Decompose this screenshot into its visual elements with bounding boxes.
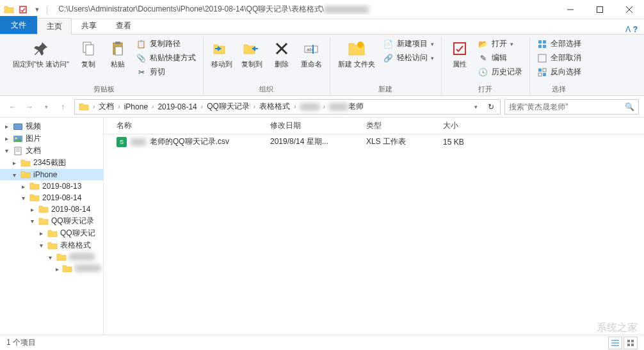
- svg-rect-16: [454, 43, 465, 54]
- col-header-size[interactable]: 大小: [443, 120, 507, 131]
- file-row[interactable]: S老师的QQ聊天记录.csv2019/8/14 星期...XLS 工作表15 K…: [104, 134, 644, 149]
- cut-button[interactable]: ✂剪切: [133, 65, 199, 79]
- tree-caret-icon[interactable]: ▾: [46, 254, 54, 261]
- ribbon-collapse-icon[interactable]: ᐱ: [625, 25, 631, 34]
- help-icon[interactable]: ?: [633, 25, 638, 34]
- svg-rect-0: [20, 6, 26, 13]
- tree-caret-icon[interactable]: ▸: [28, 206, 36, 213]
- tree-item[interactable]: ▸2019-08-13: [0, 180, 103, 192]
- tree-caret-icon[interactable]: ▸: [10, 159, 18, 166]
- tree-caret-icon[interactable]: ▾: [3, 147, 10, 154]
- tree-item[interactable]: ▸2345截图: [0, 157, 103, 169]
- select-none-button[interactable]: 全部取消: [534, 51, 584, 65]
- svg-rect-36: [627, 340, 630, 342]
- file-type: XLS 工作表: [366, 136, 443, 147]
- qat-properties-icon[interactable]: [18, 4, 28, 15]
- tab-home[interactable]: 主页: [37, 18, 72, 35]
- move-to-button[interactable]: 移动到: [207, 37, 236, 70]
- nav-recent-dropdown[interactable]: ▾: [38, 99, 54, 115]
- col-header-type[interactable]: 类型: [366, 120, 443, 131]
- tree-item[interactable]: ▸: [0, 263, 103, 274]
- folder-icon: [47, 228, 58, 239]
- paste-shortcut-button[interactable]: 📎粘贴快捷方式: [133, 51, 199, 65]
- open-button[interactable]: 📂打开 ▾: [475, 37, 526, 51]
- copy-button[interactable]: 复制: [74, 37, 102, 70]
- tree-caret-icon[interactable]: ▾: [37, 242, 45, 249]
- easy-access-button[interactable]: 🔗轻松访问 ▾: [380, 51, 437, 65]
- search-icon[interactable]: 🔍: [625, 102, 634, 111]
- navigation-tree[interactable]: ▸视频▸图片▾文档▸2345截图▾iPhone▸2019-08-13▾2019-…: [0, 118, 104, 335]
- refresh-icon[interactable]: ↻: [483, 102, 499, 111]
- xls-file-icon: S: [117, 137, 127, 147]
- breadcrumb-date[interactable]: 2019-08-14: [155, 100, 199, 114]
- tab-file[interactable]: 文件: [0, 16, 37, 34]
- open-group-label: 打开: [478, 83, 492, 95]
- folder-icon: [29, 193, 40, 203]
- view-details-button[interactable]: [608, 337, 622, 349]
- invert-selection-button[interactable]: 反向选择: [534, 65, 584, 79]
- tree-item[interactable]: ▾2019-08-14: [0, 192, 103, 203]
- folder-icon: [56, 252, 67, 262]
- paste-button[interactable]: 粘贴: [104, 37, 132, 70]
- tree-caret-icon[interactable]: ▾: [28, 218, 36, 225]
- tab-share[interactable]: 共享: [72, 17, 106, 34]
- copy-to-button[interactable]: 复制到: [237, 37, 266, 70]
- tree-caret-icon[interactable]: ▾: [10, 171, 18, 179]
- folder-icon: [47, 241, 58, 251]
- view-icons-button[interactable]: [624, 337, 638, 349]
- search-input[interactable]: [509, 102, 625, 111]
- easy-access-icon: 🔗: [383, 53, 394, 63]
- address-bar[interactable]: › 文档› iPhone› 2019-08-14› QQ聊天记录› 表格格式› …: [74, 99, 501, 115]
- tree-item[interactable]: ▾表格格式: [0, 239, 103, 251]
- breadcrumb-qq[interactable]: QQ聊天记录: [204, 100, 252, 114]
- properties-icon: [449, 38, 470, 59]
- select-all-icon: [537, 39, 547, 49]
- nav-back-button[interactable]: ←: [5, 99, 20, 115]
- tree-item-label: QQ聊天记录: [51, 216, 94, 227]
- addr-root-icon[interactable]: [76, 100, 92, 114]
- tab-view[interactable]: 查看: [106, 17, 141, 34]
- minimize-button[interactable]: [556, 0, 585, 19]
- tree-caret-icon[interactable]: ▸: [37, 230, 45, 237]
- breadcrumb-iphone[interactable]: iPhone: [122, 100, 150, 114]
- tree-item[interactable]: ▾: [0, 251, 103, 263]
- tree-item[interactable]: ▸2019-08-14: [0, 203, 103, 215]
- select-all-button[interactable]: 全部选择: [534, 37, 584, 51]
- delete-button[interactable]: 删除: [268, 37, 296, 70]
- new-item-button[interactable]: 📄新建项目 ▾: [380, 37, 437, 51]
- tree-item[interactable]: ▾iPhone: [0, 169, 103, 180]
- col-header-date[interactable]: 修改日期: [270, 120, 366, 131]
- pin-to-quick-access-button[interactable]: 固定到"快 速访问": [9, 37, 73, 70]
- breadcrumb-teacher[interactable]: 老师: [326, 100, 366, 114]
- tree-caret-icon[interactable]: ▸: [3, 135, 10, 142]
- close-button[interactable]: [615, 0, 644, 19]
- breadcrumb-documents[interactable]: 文档: [96, 100, 117, 114]
- tree-caret-icon[interactable]: ▾: [19, 195, 27, 202]
- maximize-button[interactable]: [585, 0, 615, 19]
- copy-to-icon: [241, 38, 262, 59]
- tree-caret-icon[interactable]: ▸: [55, 266, 60, 273]
- col-header-name[interactable]: 名称: [104, 120, 270, 131]
- tree-caret-icon[interactable]: ▸: [3, 123, 10, 130]
- breadcrumb-format[interactable]: 表格格式: [257, 100, 293, 114]
- nav-up-button[interactable]: ↑: [55, 99, 70, 115]
- addr-dropdown-icon[interactable]: ▾: [468, 104, 483, 110]
- tree-item[interactable]: ▸图片: [0, 132, 103, 145]
- tree-item[interactable]: ▾QQ聊天记录: [0, 215, 103, 227]
- properties-button[interactable]: 属性: [446, 37, 474, 70]
- tree-item[interactable]: ▸视频: [0, 120, 103, 132]
- svg-rect-18: [543, 40, 546, 44]
- new-folder-button[interactable]: 新建 文件夹: [334, 37, 379, 70]
- tree-item[interactable]: ▾文档: [0, 145, 103, 157]
- tree-caret-icon[interactable]: ▸: [19, 183, 27, 190]
- breadcrumb-blurred[interactable]: [298, 100, 322, 114]
- search-box[interactable]: 🔍: [504, 99, 639, 115]
- nav-forward-button[interactable]: →: [22, 99, 37, 115]
- svg-rect-25: [538, 73, 542, 76]
- tree-item[interactable]: ▸QQ聊天记: [0, 227, 103, 239]
- history-button[interactable]: 🕓历史记录: [475, 65, 526, 79]
- qat-dropdown-icon[interactable]: ▼: [32, 4, 42, 15]
- copy-path-button[interactable]: 📋复制路径: [133, 37, 199, 51]
- rename-button[interactable]: ab 重命名: [297, 37, 326, 70]
- edit-button[interactable]: ✎编辑: [475, 51, 526, 65]
